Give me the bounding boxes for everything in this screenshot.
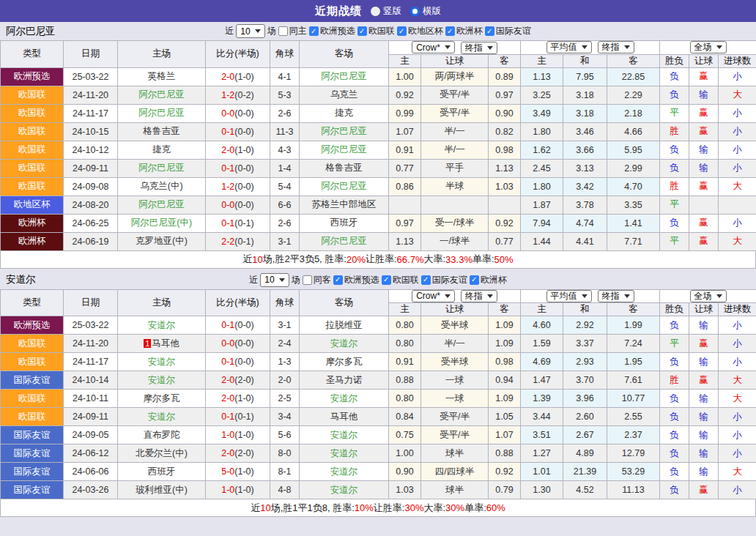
home-team-cell[interactable]: 格鲁吉亚	[118, 122, 206, 141]
away-team-cell[interactable]: 安道尔	[300, 426, 389, 444]
fulltime-score: 0-1	[221, 357, 234, 367]
score-cell: 1-2(0-2)	[206, 86, 270, 104]
halftime-score: (1-0)	[234, 393, 253, 403]
avg-away-cell: 1.99	[607, 316, 660, 335]
competition-checkbox-0[interactable]: ✓欧洲预选	[309, 25, 355, 37]
scope-select[interactable]: 全场	[690, 41, 727, 53]
fulltime-score: 0-0	[221, 200, 234, 210]
away-team-cell[interactable]: 摩尔多瓦	[300, 353, 389, 371]
home-team-cell[interactable]: 西班牙	[118, 463, 206, 481]
competition-checkbox-2[interactable]: ✓国际友谊	[421, 274, 467, 286]
checkbox-icon: ✓	[382, 275, 391, 285]
home-team-cell[interactable]: 安道尔	[118, 353, 206, 371]
odds-type-select[interactable]: 终指	[461, 290, 497, 302]
away-team-cell[interactable]: 阿尔巴尼亚	[300, 177, 389, 196]
layout-radio-vertical[interactable]: 竖版	[371, 5, 401, 18]
avg-draw-cell: 3.37	[563, 335, 607, 353]
home-team-cell[interactable]: 摩尔多瓦	[118, 390, 206, 408]
summary-value: 66.7%	[397, 254, 424, 265]
away-team-cell[interactable]: 安道尔	[300, 481, 389, 499]
odds-away-cell: 1.05	[489, 408, 521, 426]
match-count-select[interactable]: 10	[236, 24, 264, 38]
away-team-cell[interactable]: 西班牙	[300, 214, 389, 232]
home-team-cell[interactable]: 捷克	[118, 141, 206, 159]
away-team-cell[interactable]: 格鲁吉亚	[300, 159, 389, 177]
competition-badge: 国际友谊	[1, 444, 64, 463]
away-team-name: 捷克	[335, 108, 353, 118]
table-row: 国际友谊24-09-05直布罗陀1-0(1-0)5-6安道尔0.75受平/半1.…	[1, 426, 756, 444]
avg-type-select[interactable]: 终指	[598, 290, 634, 302]
away-team-cell[interactable]: 阿尔巴尼亚	[300, 232, 389, 250]
layout-radio-horizontal[interactable]: 横版	[410, 5, 441, 18]
away-team-cell[interactable]: 圣马力诺	[300, 371, 389, 390]
home-team-cell[interactable]: 安道尔	[118, 316, 206, 335]
away-team-cell[interactable]: 阿尔巴尼亚	[300, 67, 389, 86]
avg-home-cell: 1.80	[521, 122, 563, 141]
away-team-cell[interactable]: 马耳他	[300, 408, 389, 426]
away-team-cell[interactable]: 捷克	[300, 104, 389, 122]
away-team-cell[interactable]: 安道尔	[300, 444, 389, 463]
same-venue-checkbox[interactable]: 同客	[303, 274, 331, 286]
avg-home-cell: 1.87	[521, 196, 563, 214]
home-team-cell[interactable]: 安道尔	[118, 371, 206, 390]
competition-badge: 欧洲杯	[1, 232, 64, 250]
away-team-cell[interactable]: 安道尔	[300, 463, 389, 481]
games-label: 场	[292, 274, 300, 286]
odds-source-select[interactable]: Crow*	[412, 290, 455, 302]
home-team-cell[interactable]: 阿尔巴尼亚	[118, 159, 206, 177]
competition-checkbox-1[interactable]: ✓欧国联	[357, 25, 395, 37]
home-team-cell[interactable]: 乌克兰(中)	[118, 177, 206, 196]
avg-source-select[interactable]: 平均值	[546, 290, 592, 302]
result-cell: 负	[660, 463, 689, 481]
home-team-cell[interactable]: 玻利维亚(中)	[118, 481, 206, 499]
competition-badge: 欧国联	[1, 408, 64, 426]
competition-checkbox-0[interactable]: ✓欧洲预选	[333, 274, 379, 286]
sub-column-header: 让球	[689, 303, 719, 316]
competition-checkbox-1[interactable]: ✓欧国联	[382, 274, 419, 286]
away-team-cell[interactable]: 安道尔	[300, 390, 389, 408]
handicap-cell	[421, 196, 489, 214]
away-team-cell[interactable]: 苏格兰中部地区	[300, 196, 389, 214]
page-title: 近期战绩	[315, 4, 362, 18]
competition-checkbox-3[interactable]: ✓欧洲杯	[445, 25, 483, 37]
home-team-name: 直布罗陀	[144, 430, 180, 440]
home-team-name: 阿尔巴尼亚	[138, 108, 185, 118]
competition-checkbox-4[interactable]: ✓国际友谊	[485, 25, 531, 37]
match-count-select[interactable]: 10	[260, 273, 289, 287]
score-cell: 0-0(0-0)	[206, 196, 270, 214]
away-team-cell[interactable]: 阿尔巴尼亚	[300, 141, 389, 159]
result-cell: 负	[660, 481, 689, 499]
handicap-cell: 平手	[421, 159, 489, 177]
competition-checkbox-2[interactable]: ✓欧地区杯	[397, 25, 443, 37]
goals-result-cell: 小	[719, 426, 756, 444]
home-team-cell[interactable]: 克罗地亚(中)	[118, 232, 206, 250]
avg-home-cell: 1.01	[521, 463, 563, 481]
odds-source-select[interactable]: Crow*	[412, 41, 455, 53]
same-venue-checkbox[interactable]: 同主	[278, 25, 307, 37]
halftime-score: (2-0)	[234, 448, 253, 458]
match-count-select-value: 10	[264, 275, 274, 285]
home-team-cell[interactable]: 阿尔巴尼亚	[118, 196, 206, 214]
home-team-cell[interactable]: 阿尔巴尼亚	[118, 104, 206, 122]
avg-draw-cell: 2.67	[563, 426, 607, 444]
filter-controls: 近10场同主✓欧洲预选✓欧国联✓欧地区杯✓欧洲杯✓国际友谊	[225, 24, 530, 38]
away-team-cell[interactable]: 安道尔	[300, 335, 389, 353]
home-team-cell[interactable]: 阿尔巴尼亚	[118, 86, 206, 104]
away-team-cell[interactable]: 拉脱维亚	[300, 316, 389, 335]
home-team-cell[interactable]: 英格兰	[118, 67, 206, 86]
score-cell: 0-1(0-0)	[206, 159, 270, 177]
competition-checkbox-3[interactable]: ✓欧洲杯	[470, 274, 507, 286]
avg-source-select[interactable]: 平均值	[546, 41, 592, 53]
odds-type-select[interactable]: 终指	[461, 42, 497, 54]
corner-cell: 2-4	[270, 335, 300, 353]
home-team-cell[interactable]: 阿尔巴尼亚(中)	[118, 214, 206, 232]
home-team-cell[interactable]: 1马耳他	[118, 335, 206, 353]
away-team-cell[interactable]: 阿尔巴尼亚	[300, 122, 389, 141]
scope-select[interactable]: 全场	[690, 290, 727, 302]
home-team-cell[interactable]: 安道尔	[118, 408, 206, 426]
home-team-cell[interactable]: 北爱尔兰(中)	[118, 444, 206, 463]
away-team-cell[interactable]: 乌克兰	[300, 86, 389, 104]
avg-draw-cell: 3.42	[563, 177, 607, 196]
home-team-cell[interactable]: 直布罗陀	[118, 426, 206, 444]
avg-type-select[interactable]: 终指	[598, 41, 634, 53]
